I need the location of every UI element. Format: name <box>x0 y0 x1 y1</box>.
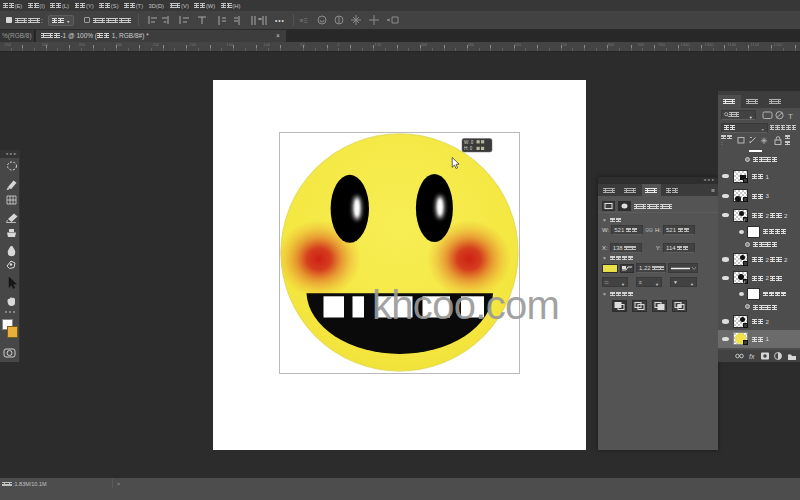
svg-text:W: 0: W: 0 <box>464 140 474 145</box>
svg-text:fx: fx <box>749 353 755 360</box>
svg-text:T: T <box>788 111 793 120</box>
svg-text:khcoo.com: khcoo.com <box>372 283 559 327</box>
svg-text:H: 0: H: 0 <box>464 146 473 151</box>
